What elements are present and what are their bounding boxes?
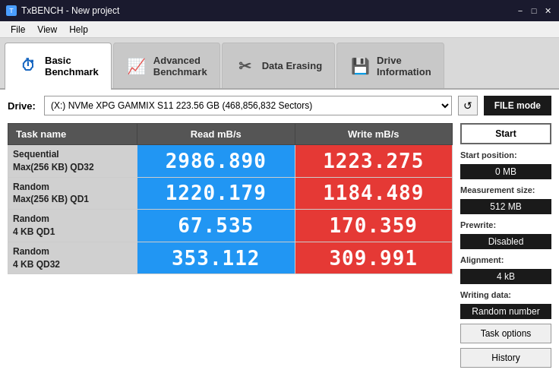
row-2-write: 170.359 xyxy=(295,210,453,242)
table-row: Random 4 KB QD167.535170.359 xyxy=(8,210,453,242)
table-row: Random 4 KB QD32353.112309.991 xyxy=(8,242,453,274)
menu-bar: File View Help xyxy=(0,21,559,38)
row-1-name: Random Max(256 KB) QD1 xyxy=(8,177,137,210)
menu-file[interactable]: File xyxy=(5,23,31,36)
row-2-name: Random 4 KB QD1 xyxy=(8,210,137,242)
benchmark-table-area: Task name Read mB/s Write mB/s Sequentia… xyxy=(8,123,453,368)
start-position-label: Start position: xyxy=(460,150,551,160)
file-mode-button[interactable]: FILE mode xyxy=(484,96,551,115)
drive-refresh-button[interactable]: ↺ xyxy=(458,96,478,115)
task-options-button[interactable]: Task options xyxy=(460,324,551,343)
drive-info-icon: 💾 xyxy=(349,55,371,77)
row-0-read: 2986.890 xyxy=(137,145,295,178)
content-area: Task name Read mB/s Write mB/s Sequentia… xyxy=(8,123,551,368)
tab-advanced-benchmark[interactable]: 📈 AdvancedBenchmark xyxy=(113,43,220,88)
prewrite-label: Prewrite: xyxy=(460,220,551,229)
measurement-size-label: Measurement size: xyxy=(460,185,551,194)
title-bar: T TxBENCH - New project − □ ✕ xyxy=(0,0,559,21)
advanced-benchmark-icon: 📈 xyxy=(126,55,147,77)
window-title: TxBENCH - New project xyxy=(21,5,119,16)
measurement-size-value: 512 MB xyxy=(460,199,551,214)
tab-advanced-label: AdvancedBenchmark xyxy=(153,55,207,77)
col-read: Read mB/s xyxy=(137,124,295,145)
tab-basic-label: BasicBenchmark xyxy=(45,55,99,77)
row-2-read: 67.535 xyxy=(137,210,295,242)
close-button[interactable]: ✕ xyxy=(542,5,553,16)
row-1-read: 1220.179 xyxy=(137,177,295,210)
table-row: Random Max(256 KB) QD11220.1791184.489 xyxy=(8,177,453,210)
alignment-value: 4 kB xyxy=(460,269,551,284)
basic-benchmark-icon: ⏱ xyxy=(17,55,39,77)
tab-basic-benchmark[interactable]: ⏱ BasicBenchmark xyxy=(5,43,112,90)
drive-row: Drive: (X:) NVMe XPG GAMMIX S11 223.56 G… xyxy=(8,96,551,115)
row-1-write: 1184.489 xyxy=(295,177,453,210)
row-3-write: 309.991 xyxy=(295,242,453,274)
data-erasing-icon: ✂ xyxy=(235,55,256,77)
app-icon: T xyxy=(6,5,17,16)
main-content: Drive: (X:) NVMe XPG GAMMIX S11 223.56 G… xyxy=(0,90,559,392)
menu-help[interactable]: Help xyxy=(63,23,94,36)
row-3-read: 353.112 xyxy=(137,242,295,274)
tab-erasing-label: Data Erasing xyxy=(262,60,322,71)
row-0-write: 1223.275 xyxy=(295,145,453,178)
toolbar: ⏱ BasicBenchmark 📈 AdvancedBenchmark ✂ D… xyxy=(0,38,559,90)
drive-select[interactable]: (X:) NVMe XPG GAMMIX S11 223.56 GB (468,… xyxy=(44,96,452,115)
start-position-value: 0 MB xyxy=(460,164,551,179)
right-panel: Start Start position: 0 MB Measurement s… xyxy=(460,123,551,368)
drive-label: Drive: xyxy=(8,100,38,112)
window-controls[interactable]: − □ ✕ xyxy=(515,5,553,16)
start-button[interactable]: Start xyxy=(460,123,551,144)
col-task: Task name xyxy=(8,124,137,145)
writing-data-value: Random number xyxy=(460,304,551,319)
menu-view[interactable]: View xyxy=(31,23,63,36)
tab-data-erasing[interactable]: ✂ Data Erasing xyxy=(222,43,335,88)
writing-data-label: Writing data: xyxy=(460,290,551,299)
table-row: Sequential Max(256 KB) QD322986.8901223.… xyxy=(8,145,453,178)
row-3-name: Random 4 KB QD32 xyxy=(8,242,137,274)
benchmark-table: Task name Read mB/s Write mB/s Sequentia… xyxy=(8,123,453,274)
col-write: Write mB/s xyxy=(295,124,453,145)
prewrite-value: Disabled xyxy=(460,234,551,249)
row-0-name: Sequential Max(256 KB) QD32 xyxy=(8,145,137,178)
alignment-label: Alignment: xyxy=(460,255,551,264)
tab-drive-information[interactable]: 💾 DriveInformation xyxy=(336,43,444,88)
tab-drive-label: DriveInformation xyxy=(377,55,431,77)
history-button[interactable]: History xyxy=(460,348,551,368)
maximize-button[interactable]: □ xyxy=(529,5,539,16)
minimize-button[interactable]: − xyxy=(515,5,526,16)
